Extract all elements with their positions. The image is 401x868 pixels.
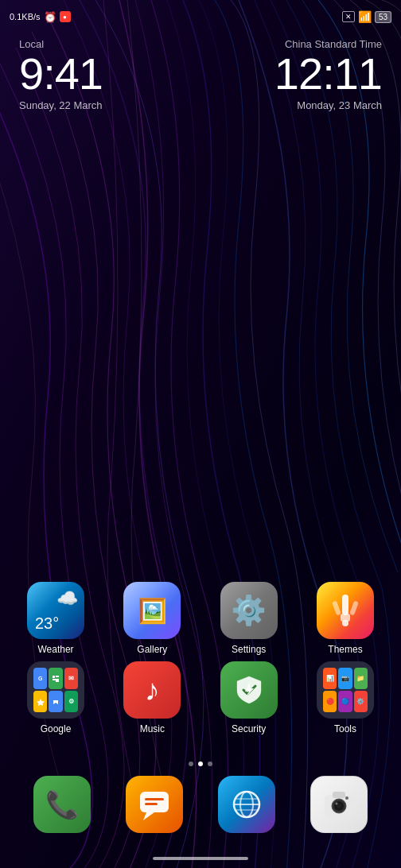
- gallery-symbol: 🖼️: [138, 597, 167, 625]
- tool-5: 🔵: [338, 691, 352, 712]
- tool-6: ⚙️: [354, 691, 368, 712]
- dock-browser[interactable]: [218, 776, 275, 833]
- gear-icon: ⚙️: [231, 594, 267, 627]
- app-tools[interactable]: 📊 📷 📁 🔴 🔵 ⚙️ Tools: [306, 661, 385, 734]
- dock: 📞: [0, 776, 401, 833]
- svg-rect-9: [53, 679, 56, 680]
- gallery-label: Gallery: [137, 644, 167, 655]
- tool-3: 📁: [354, 668, 368, 689]
- svg-rect-7: [53, 676, 55, 678]
- dock-camera[interactable]: [310, 776, 368, 833]
- record-icon: ●: [60, 11, 71, 22]
- weather-temp: 23°: [35, 614, 59, 633]
- svg-point-4: [342, 620, 348, 626]
- app-music[interactable]: ♪ Music: [112, 661, 192, 734]
- status-left: 0.1KB/s ⏰ ●: [10, 11, 71, 23]
- tools-label: Tools: [334, 723, 356, 734]
- page-indicators: [0, 761, 401, 766]
- page-dot-2[interactable]: [198, 761, 203, 766]
- google-app-3: ✉: [64, 668, 78, 689]
- phone-handset-icon: 📞: [45, 789, 79, 820]
- page-dot-3[interactable]: [208, 761, 212, 766]
- themes-paintbrush-icon: [328, 593, 363, 628]
- google-folder-icon[interactable]: G ✉ ⚙: [27, 661, 84, 719]
- settings-icon[interactable]: ⚙️: [220, 582, 278, 639]
- browser-dock-icon[interactable]: [218, 776, 275, 833]
- app-settings[interactable]: ⚙️ Settings: [209, 582, 289, 655]
- app-themes[interactable]: Themes: [306, 582, 385, 655]
- app-gallery[interactable]: 🖼️ Gallery: [112, 582, 192, 655]
- camera-dock-icon[interactable]: [310, 776, 368, 833]
- svg-marker-13: [143, 812, 154, 820]
- home-indicator[interactable]: [153, 857, 248, 860]
- music-label: Music: [140, 723, 165, 734]
- app-weather[interactable]: 23° ☁️ Weather: [16, 582, 95, 655]
- svg-point-27: [345, 796, 348, 800]
- app-row-2: G ✉ ⚙ Google ♪: [16, 661, 385, 734]
- svg-rect-6: [349, 601, 359, 616]
- lightning-icon: [238, 679, 260, 701]
- themes-label: Themes: [328, 644, 362, 655]
- svg-rect-14: [145, 798, 164, 800]
- gallery-icon[interactable]: 🖼️: [123, 582, 181, 639]
- security-label: Security: [232, 723, 266, 734]
- svg-rect-15: [145, 803, 158, 805]
- google-app-1: G: [33, 668, 47, 689]
- clock-section: Local 9:41 Sunday, 22 March China Standa…: [0, 38, 401, 111]
- weather-cloud-icon: ☁️: [56, 588, 78, 609]
- local-date: Sunday, 22 March: [19, 99, 103, 111]
- china-clock: China Standard Time 12:11 Monday, 23 Mar…: [274, 38, 382, 111]
- no-sim-icon: ✕: [342, 11, 355, 22]
- svg-point-26: [336, 803, 338, 805]
- svg-rect-8: [56, 676, 59, 677]
- tool-4: 🔴: [323, 691, 337, 712]
- music-note-icon: ♪: [145, 673, 160, 707]
- tool-2: 📷: [338, 668, 352, 689]
- themes-icon[interactable]: [317, 582, 374, 639]
- battery-level: 53: [379, 13, 387, 21]
- google-folder-grid: G ✉ ⚙: [27, 661, 84, 719]
- svg-rect-2: [342, 595, 348, 615]
- dock-messages[interactable]: [126, 776, 183, 833]
- svg-rect-22: [333, 792, 345, 798]
- app-row-1: 23° ☁️ Weather 🖼️ Gallery ⚙️ Settings: [16, 582, 385, 655]
- google-app-5: [49, 691, 62, 712]
- page-dot-1[interactable]: [189, 761, 193, 766]
- status-right: ✕ 📶 53: [342, 10, 391, 23]
- app-security[interactable]: Security: [209, 661, 289, 734]
- china-date: Monday, 23 March: [297, 99, 382, 111]
- svg-marker-11: [37, 699, 45, 706]
- china-time: 12:11: [274, 52, 382, 96]
- phone-dock-icon[interactable]: 📞: [33, 776, 91, 833]
- svg-rect-10: [56, 679, 59, 682]
- svg-rect-5: [332, 601, 341, 616]
- local-clock: Local 9:41 Sunday, 22 March: [19, 38, 103, 111]
- alarm-icon: ⏰: [44, 11, 56, 23]
- music-icon[interactable]: ♪: [123, 661, 181, 719]
- google-app-2: [49, 668, 62, 689]
- globe-icon: [229, 787, 264, 822]
- battery-icon: 53: [375, 11, 391, 23]
- network-speed: 0.1KB/s: [10, 12, 41, 21]
- svg-rect-12: [140, 792, 169, 812]
- google-app-6: ⚙: [64, 691, 78, 712]
- camera-lens-icon: [321, 787, 356, 822]
- messages-dock-icon[interactable]: [126, 776, 183, 833]
- google-app-4: [33, 691, 47, 712]
- wifi-icon: 📶: [358, 10, 372, 23]
- tool-1: 📊: [323, 668, 337, 689]
- dock-phone[interactable]: 📞: [33, 776, 91, 833]
- tools-folder-icon[interactable]: 📊 📷 📁 🔴 🔵 ⚙️: [317, 661, 374, 719]
- google-label: Google: [41, 723, 72, 734]
- settings-label: Settings: [232, 644, 266, 655]
- app-grid: 23° ☁️ Weather 🖼️ Gallery ⚙️ Settings: [0, 582, 401, 741]
- local-time: 9:41: [19, 52, 103, 96]
- weather-icon[interactable]: 23° ☁️: [27, 582, 84, 639]
- security-icon[interactable]: [220, 661, 278, 719]
- tools-folder-grid: 📊 📷 📁 🔴 🔵 ⚙️: [317, 661, 374, 719]
- weather-label: Weather: [37, 644, 73, 655]
- message-bubble-icon: [137, 787, 172, 822]
- status-bar: 0.1KB/s ⏰ ● ✕ 📶 53: [0, 0, 401, 29]
- app-google[interactable]: G ✉ ⚙ Google: [16, 661, 95, 734]
